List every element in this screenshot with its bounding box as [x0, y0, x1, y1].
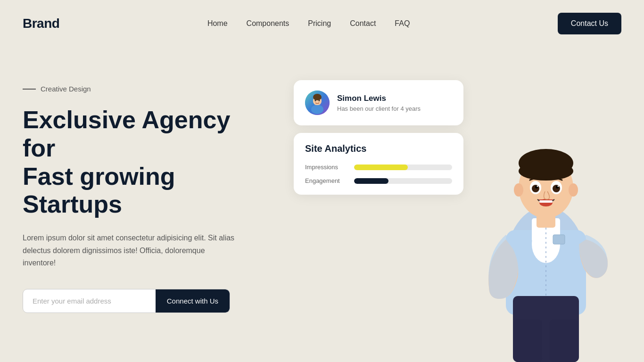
hero-left-column: Creative Design Exclusive Agency for Fas… [23, 75, 268, 313]
testimonial-info: Simon Lewis Has been our client for 4 ye… [337, 94, 421, 112]
nav-link-faq[interactable]: FAQ [395, 19, 410, 27]
hero-tag: Creative Design [23, 85, 268, 93]
tag-line-icon [23, 89, 36, 90]
hero-heading-line2: Fast growing Startups [23, 163, 175, 218]
hero-heading: Exclusive Agency for Fast growing Startu… [23, 106, 268, 219]
brand-logo: Brand [23, 16, 59, 31]
testimonial-name: Simon Lewis [337, 94, 421, 103]
hero-heading-line1: Exclusive Agency for [23, 106, 230, 162]
impressions-bar-fill [354, 165, 408, 170]
email-input[interactable] [23, 289, 156, 313]
testimonial-description: Has been our client for 4 years [337, 105, 421, 112]
hero-subtext: Lorem ipsum dolor sit amet consectetur a… [23, 232, 239, 269]
hero-right-column [471, 75, 621, 362]
analytics-row-impressions: Impressions [305, 164, 452, 171]
hero-section: Creative Design Exclusive Agency for Fas… [0, 47, 644, 362]
nav-link-contact[interactable]: Contact [350, 19, 376, 27]
svg-point-20 [553, 185, 560, 192]
impressions-label: Impressions [305, 164, 347, 171]
nav-link-pricing[interactable]: Pricing [308, 19, 331, 27]
svg-point-6 [313, 94, 322, 100]
svg-point-2 [311, 105, 323, 114]
connect-with-us-button[interactable]: Connect with Us [156, 289, 230, 313]
email-form: Connect with Us [23, 289, 230, 313]
testimonial-card: Simon Lewis Has been our client for 4 ye… [294, 80, 463, 125]
svg-rect-30 [514, 320, 542, 362]
svg-point-19 [532, 185, 539, 192]
analytics-card: Site Analytics Impressions Engagement [294, 133, 463, 195]
avatar [305, 90, 330, 115]
analytics-row-engagement: Engagement [305, 177, 452, 184]
svg-rect-27 [553, 235, 565, 244]
svg-point-16 [569, 183, 578, 197]
nav-link-home[interactable]: Home [207, 19, 228, 27]
svg-point-14 [519, 162, 573, 181]
svg-point-15 [514, 183, 523, 197]
svg-rect-31 [550, 320, 578, 362]
hero-center-column: Simon Lewis Has been our client for 4 ye… [294, 75, 463, 195]
svg-rect-26 [539, 200, 553, 203]
navbar: Brand Home Components Pricing Contact FA… [0, 0, 644, 47]
engagement-bar-fill [354, 178, 388, 184]
hero-tag-text: Creative Design [41, 85, 91, 93]
engagement-label: Engagement [305, 177, 347, 184]
engagement-bar-track [354, 178, 452, 184]
nav-link-components[interactable]: Components [247, 19, 289, 27]
contact-us-button[interactable]: Contact Us [558, 13, 621, 34]
analytics-title: Site Analytics [305, 143, 452, 154]
nav-links: Home Components Pricing Contact FAQ [207, 19, 410, 28]
impressions-bar-track [354, 165, 452, 170]
person-illustration [475, 89, 617, 362]
svg-point-24 [558, 186, 559, 187]
svg-point-23 [537, 186, 538, 187]
